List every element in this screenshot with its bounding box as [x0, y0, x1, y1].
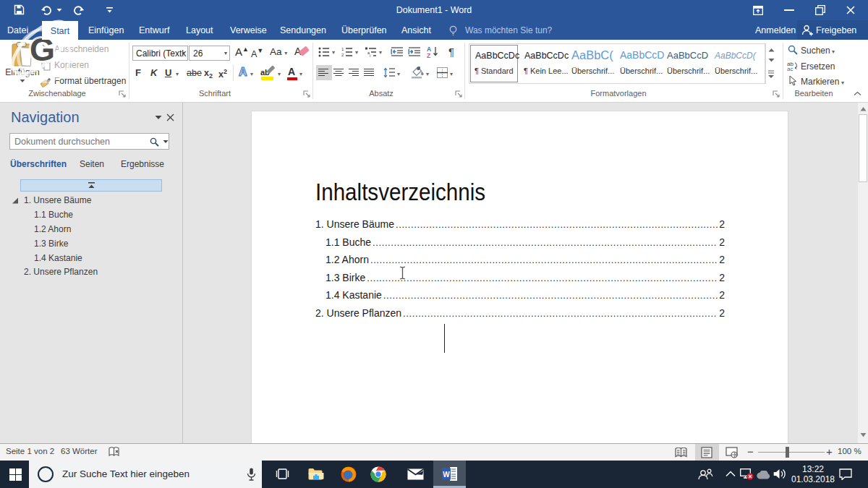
svg-text:2: 2 — [341, 53, 344, 57]
svg-text:Z: Z — [427, 52, 430, 58]
svg-text:1: 1 — [341, 47, 344, 51]
svg-text:ac: ac — [787, 66, 793, 71]
svg-text:W: W — [443, 471, 450, 479]
svg-text:i: i — [370, 53, 370, 57]
